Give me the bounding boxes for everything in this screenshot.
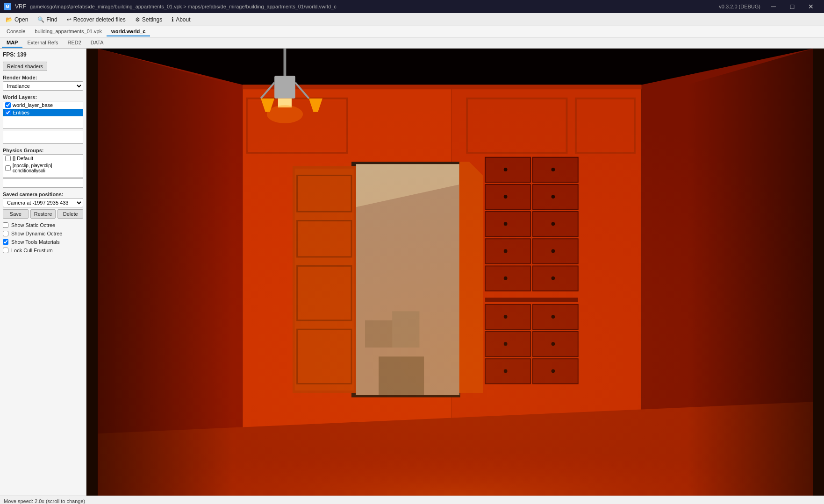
- static-octree-checkbox[interactable]: [3, 222, 8, 228]
- render-mode-label: Render Mode:: [3, 75, 83, 80]
- tab-red2[interactable]: RED2: [63, 38, 86, 48]
- save-camera-button[interactable]: Save: [3, 209, 29, 219]
- fps-value: 139: [17, 51, 27, 58]
- menu-find[interactable]: 🔍 Find: [34, 14, 61, 25]
- physics-default-checkbox[interactable]: [5, 156, 11, 161]
- app-name: VRF: [15, 3, 26, 10]
- about-icon: ℹ: [172, 16, 174, 23]
- physics-default[interactable]: [] Default: [3, 155, 83, 162]
- menu-find-label: Find: [46, 16, 57, 23]
- camera-positions-label: Saved camera positions:: [3, 192, 83, 197]
- restore-camera-button[interactable]: Restore: [30, 209, 56, 219]
- menu-recover[interactable]: ↩ Recover deleted files: [63, 14, 129, 25]
- world-layers-section: World Layers: world_layer_base Entities: [3, 94, 83, 144]
- maximize-button[interactable]: □: [783, 0, 802, 13]
- status-bar: Move speed: 2.0x (scroll to change): [0, 496, 824, 504]
- physics-npcclip-label: [npcclip, playerclip] conditionallysoli: [13, 163, 81, 173]
- minimize-button[interactable]: ─: [764, 0, 783, 13]
- dynamic-octree-checkbox[interactable]: [3, 231, 8, 236]
- physics-npcclip-checkbox[interactable]: [5, 165, 11, 171]
- show-tools-materials-row[interactable]: Show Tools Materials: [3, 239, 83, 245]
- render-mode-section: Render Mode: Irradiance Full Bright Albe…: [3, 75, 83, 91]
- tab-map[interactable]: MAP: [2, 38, 22, 48]
- camera-positions-section: Saved camera positions: Camera at -1997 …: [3, 192, 83, 219]
- move-speed-label: Move speed: 2.0x (scroll to change): [4, 498, 85, 504]
- menu-bar: 📂 Open 🔍 Find ↩ Recover deleted files ⚙ …: [0, 13, 824, 26]
- lock-cull-frustum-row[interactable]: Lock Cull Frustum: [3, 248, 83, 253]
- menu-recover-label: Recover deleted files: [73, 16, 126, 23]
- svg-marker-69: [687, 49, 813, 496]
- tab-world[interactable]: world.vwrld_c: [107, 27, 150, 36]
- app-logo: M: [4, 3, 11, 10]
- reload-shaders-button[interactable]: Reload shaders: [3, 62, 47, 71]
- physics-list: [] Default [npcclip, playerclip] conditi…: [3, 154, 83, 177]
- scene-svg: [86, 49, 824, 496]
- menu-about-label: About: [176, 16, 190, 23]
- tab-extrefs[interactable]: External Refs: [22, 38, 63, 48]
- settings-icon: ⚙: [135, 16, 140, 23]
- layer-base-checkbox[interactable]: [5, 102, 11, 108]
- physics-npcclip[interactable]: [npcclip, playerclip] conditionallysoli: [3, 162, 83, 174]
- delete-camera-button[interactable]: Delete: [57, 209, 83, 219]
- recover-icon: ↩: [67, 16, 72, 23]
- menu-settings[interactable]: ⚙ Settings: [131, 14, 166, 25]
- open-icon: 📂: [6, 16, 13, 23]
- layer-base-label: world_layer_base: [13, 102, 53, 108]
- physics-extra-area: [3, 178, 83, 188]
- layer-entities-checkbox[interactable]: [5, 110, 11, 115]
- title-bar-left: M VRF game\csgo\maps\prefabs\de_mirage/b…: [4, 3, 337, 10]
- show-static-octree-row[interactable]: Show Static Octree: [3, 222, 83, 228]
- physics-groups-label: Physics Groups:: [3, 148, 83, 153]
- render-mode-select[interactable]: Irradiance Full Bright Albedo Normals AO: [3, 81, 83, 91]
- menu-about[interactable]: ℹ About: [168, 14, 194, 25]
- menu-settings-label: Settings: [142, 16, 162, 23]
- version-label: v0.3.2.0 (DEBUG): [719, 4, 760, 9]
- world-layers-list: world_layer_base Entities: [3, 101, 83, 129]
- tab-console[interactable]: Console: [2, 27, 30, 36]
- menu-open[interactable]: 📂 Open: [2, 14, 32, 25]
- window-controls: ─ □ ✕: [764, 0, 820, 13]
- close-button[interactable]: ✕: [802, 0, 820, 13]
- menu-open-label: Open: [14, 16, 28, 23]
- tab-building[interactable]: building_appartments_01.vpk: [30, 27, 107, 36]
- lock-frustum-label: Lock Cull Frustum: [11, 248, 53, 253]
- layer-item-entities[interactable]: Entities: [3, 109, 83, 116]
- file-tab-bar: Console building_appartments_01.vpk worl…: [0, 26, 824, 37]
- lock-frustum-checkbox[interactable]: [3, 248, 8, 253]
- show-dynamic-octree-row[interactable]: Show Dynamic Octree: [3, 231, 83, 236]
- layer-entities-label: Entities: [13, 110, 29, 115]
- layer-item-base[interactable]: world_layer_base: [3, 101, 83, 109]
- camera-buttons: Save Restore Delete: [3, 209, 83, 219]
- checkbox-group: Show Static Octree Show Dynamic Octree S…: [3, 222, 83, 253]
- find-icon: 🔍: [37, 16, 44, 23]
- fps-display: FPS: 139: [3, 51, 83, 58]
- dynamic-octree-label: Show Dynamic Octree: [11, 231, 62, 236]
- static-octree-label: Show Static Octree: [11, 222, 55, 228]
- physics-groups-section: Physics Groups: [] Default [npcclip, pla…: [3, 148, 83, 188]
- tab-data[interactable]: DATA: [86, 38, 108, 48]
- tools-materials-checkbox[interactable]: [3, 239, 8, 245]
- tools-materials-label: Show Tools Materials: [11, 239, 60, 245]
- main-content: FPS: 139 Reload shaders Render Mode: Irr…: [0, 49, 824, 496]
- world-layers-label: World Layers:: [3, 94, 83, 100]
- title-bar: M VRF game\csgo\maps\prefabs\de_mirage/b…: [0, 0, 824, 13]
- camera-select[interactable]: Camera at -1997 2935 433: [3, 198, 83, 207]
- nav-tab-bar: MAP External Refs RED2 DATA: [0, 37, 824, 49]
- svg-marker-68: [98, 49, 234, 496]
- layer-extra-area: [3, 130, 83, 144]
- physics-default-label: [] Default: [13, 156, 33, 161]
- sidebar: FPS: 139 Reload shaders Render Mode: Irr…: [0, 49, 86, 496]
- fps-label: FPS:: [3, 51, 15, 58]
- 3d-viewport[interactable]: [86, 49, 824, 496]
- title-path: game\csgo\maps\prefabs\de_mirage/buildin…: [30, 4, 337, 9]
